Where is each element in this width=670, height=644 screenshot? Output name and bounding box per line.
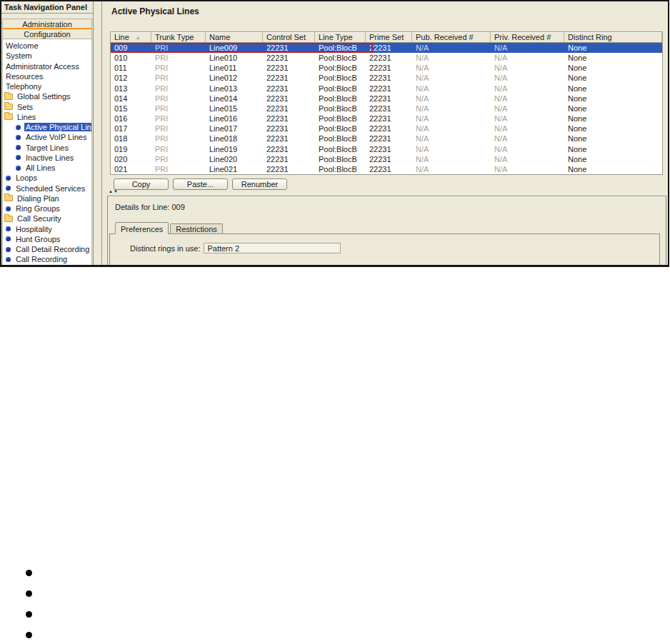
column-header-name[interactable]: Name xyxy=(206,32,263,43)
cell-trunk_type: PRI xyxy=(151,53,206,63)
cell-control_set: 22231 xyxy=(263,63,315,73)
renumber-button[interactable]: Renumber xyxy=(232,178,287,190)
table-row-line-014[interactable]: 014PRILine01422231Pool:BlocB22231N/AN/AN… xyxy=(111,94,662,104)
cell-line: 010 xyxy=(111,53,151,63)
tree-item-sets[interactable]: Sets xyxy=(3,102,91,112)
cell-trunk_type: PRI xyxy=(151,104,206,114)
cell-name: Line010 xyxy=(206,53,263,63)
cell-distinct_ring: None xyxy=(564,73,662,83)
tree-item-all-lines[interactable]: All Lines xyxy=(3,163,91,173)
cell-distinct_ring: None xyxy=(564,94,662,104)
column-header-distinct-ring[interactable]: Distinct Ring xyxy=(564,32,662,43)
tree-item-lines[interactable]: Lines xyxy=(3,112,91,122)
section-configuration[interactable]: Configuration xyxy=(3,29,91,39)
tree-item-label: System xyxy=(4,51,34,60)
tab-preferences[interactable]: Preferences xyxy=(115,222,169,234)
distinct-rings-value[interactable]: Pattern 2 xyxy=(204,243,341,253)
tree-item-active-voip-lines[interactable]: Active VoIP Lines xyxy=(3,132,91,142)
bullet-icon xyxy=(16,125,21,130)
cell-prime_set: 22231 xyxy=(366,84,412,94)
tree-item-dialing-plan[interactable]: Dialing Plan xyxy=(3,193,91,203)
folder-icon xyxy=(4,216,13,222)
tree-item-label: Call Security xyxy=(16,214,63,223)
copy-button[interactable]: Copy xyxy=(114,178,169,190)
distinct-rings-field: Distinct rings in use: Pattern 2 xyxy=(130,243,659,253)
tree-item-data-services[interactable]: Data Services xyxy=(3,265,91,266)
column-header-trunk-type[interactable]: Trunk Type xyxy=(151,32,206,43)
triangle-down-icon: ▼ xyxy=(114,189,119,193)
cell-control_set: 22231 xyxy=(263,144,315,154)
tree-item-active-physical-lines[interactable]: Active Physical Lines xyxy=(3,122,91,132)
table-row-line-020[interactable]: 020PRILine02022231Pool:BlocB22231N/AN/AN… xyxy=(111,154,662,164)
cell-distinct_ring: None xyxy=(564,63,662,73)
cell-line: 016 xyxy=(111,114,151,124)
tree-item-hunt-groups[interactable]: Hunt Groups xyxy=(3,234,91,244)
tree-item-ring-groups[interactable]: Ring Groups xyxy=(3,203,91,213)
bullet-icon xyxy=(6,176,11,181)
cell-prime_set: 22231 xyxy=(366,114,412,124)
tree-item-call-recording[interactable]: Call Recording xyxy=(3,254,91,264)
cell-control_set: 22231 xyxy=(263,43,315,53)
cell-line_type: Pool:BlocB xyxy=(315,104,366,114)
cell-distinct_ring: None xyxy=(564,154,662,164)
table-row-line-010[interactable]: 010PRILine01022231Pool:BlocB22231N/AN/AN… xyxy=(111,53,662,63)
column-header-prime-set[interactable]: Prime Set xyxy=(366,32,412,43)
tree-item-system[interactable]: System xyxy=(3,51,91,61)
tree-item-hospitality[interactable]: Hospitality xyxy=(3,224,91,234)
tree-item-administrator-access[interactable]: Administrator Access xyxy=(3,61,91,71)
tab-restrictions[interactable]: Restrictions xyxy=(170,223,222,233)
cell-control_set: 22231 xyxy=(263,124,315,134)
table-row-line-012[interactable]: 012PRILine01222231Pool:BlocB22231N/AN/AN… xyxy=(111,73,662,83)
tree-item-target-lines[interactable]: Target Lines xyxy=(3,143,91,153)
cell-line_type: Pool:BlocB xyxy=(315,84,366,94)
column-header-pub-received[interactable]: Pub. Received # xyxy=(412,32,491,43)
cell-priv_received: N/A xyxy=(491,104,564,114)
panel-splitter[interactable] xyxy=(94,1,106,265)
tree-item-inactive-lines[interactable]: Inactive Lines xyxy=(3,153,91,163)
column-header-line[interactable]: Line▲ xyxy=(111,32,151,43)
column-header-line-type[interactable]: Line Type xyxy=(315,32,366,43)
tree-item-global-settings[interactable]: Global Settings xyxy=(3,91,91,101)
cell-pub_received: N/A xyxy=(412,43,491,53)
table-row-line-019[interactable]: 019PRILine01922231Pool:BlocB22231N/AN/AN… xyxy=(111,144,662,154)
cell-priv_received: N/A xyxy=(491,164,564,174)
paste-button[interactable]: Paste... xyxy=(173,178,228,190)
column-header-label: Prime Set xyxy=(369,33,404,41)
tree-item-label: Active Physical Lines xyxy=(24,123,92,131)
bullet-icon xyxy=(16,166,21,171)
tree-item-scheduled-services[interactable]: Scheduled Services xyxy=(3,183,91,193)
tree-item-label: Dialing Plan xyxy=(16,194,61,203)
folder-icon xyxy=(4,114,13,120)
tree-item-label: Hospitality xyxy=(14,225,54,233)
details-collapse-handle[interactable]: ▲▼ xyxy=(109,189,119,193)
tree-item-call-detail-recording[interactable]: Call Detail Recording xyxy=(3,244,91,254)
tree-item-welcome[interactable]: Welcome xyxy=(3,41,91,51)
table-row-line-018[interactable]: 018PRILine01822231Pool:BlocB22231N/AN/AN… xyxy=(111,134,662,144)
cell-distinct_ring: None xyxy=(564,84,662,94)
table-row-line-013[interactable]: 013PRILine01322231Pool:BlocB22231N/AN/AN… xyxy=(111,84,662,94)
tree-item-resources[interactable]: Resources xyxy=(3,71,91,81)
cell-name: Line014 xyxy=(206,94,263,104)
tree-item-call-security[interactable]: Call Security xyxy=(3,213,91,223)
column-header-control-set[interactable]: Control Set xyxy=(263,32,315,43)
cell-priv_received: N/A xyxy=(491,53,564,63)
tree-item-loops[interactable]: Loops xyxy=(3,173,91,183)
cell-line: 019 xyxy=(111,144,151,154)
table-row-line-015[interactable]: 015PRILine01522231Pool:BlocB22231N/AN/AN… xyxy=(111,104,662,114)
table-row-line-021[interactable]: 021PRILine02122231Pool:BlocB22231N/AN/AN… xyxy=(111,164,662,174)
section-administration[interactable]: Administration xyxy=(3,19,91,29)
cell-name: Line017 xyxy=(206,124,263,134)
table-row-line-016[interactable]: 016PRILine01622231Pool:BlocB22231N/AN/AN… xyxy=(111,114,662,124)
cell-trunk_type: PRI xyxy=(151,124,206,134)
cell-trunk_type: PRI xyxy=(151,134,206,144)
cell-priv_received: N/A xyxy=(491,94,564,104)
tree-item-telephony[interactable]: Telephony xyxy=(3,81,91,91)
main-panel: Active Physical Lines Line▲Trunk TypeNam… xyxy=(106,1,668,265)
bullet-icon xyxy=(16,135,21,140)
table-row-line-009[interactable]: 009PRILine00922231Pool:BlocB22231N/AN/AN… xyxy=(111,43,662,53)
navigation-tree: WelcomeSystemAdministrator AccessResourc… xyxy=(2,39,92,265)
table-row-line-017[interactable]: 017PRILine01722231Pool:BlocB22231N/AN/AN… xyxy=(111,124,662,134)
cell-line: 012 xyxy=(111,73,151,83)
table-row-line-011[interactable]: 011PRILine01122231Pool:BlocB22231N/AN/AN… xyxy=(111,63,662,73)
column-header-priv-received[interactable]: Priv. Received # xyxy=(491,32,564,43)
